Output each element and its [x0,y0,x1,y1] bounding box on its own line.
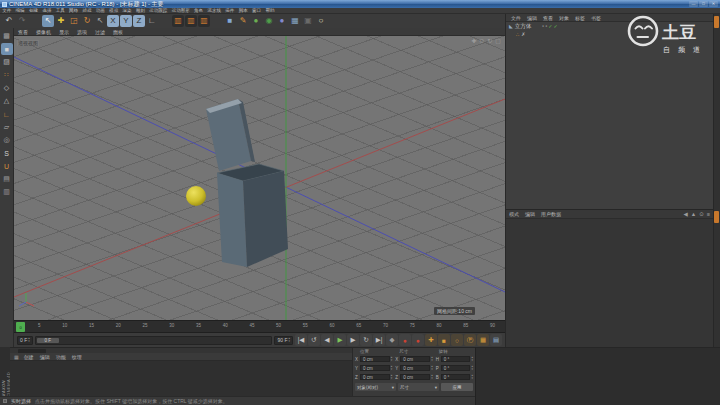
render-settings-icon[interactable]: ▥ [198,15,210,27]
coordinate-input[interactable]: 0 cm [360,356,390,362]
window-button[interactable]: □ [699,1,708,7]
polygons-mode-icon[interactable]: △ [1,95,13,107]
viewport-menu-item[interactable]: 选项 [73,29,91,35]
rotate-view-icon[interactable]: ↻ [487,37,492,44]
key-parameter-button[interactable]: Ⓟ [464,334,476,346]
viewport-solo-icon[interactable]: ◎ [1,134,13,146]
menu-item[interactable]: 工具 [54,8,67,13]
search-icon[interactable]: ⊙ [699,211,704,217]
object-manager-menu-item[interactable]: 书签 [588,15,604,21]
menu-item[interactable]: 捕捉 [80,8,93,13]
goto-end-button[interactable]: ▶| [373,334,385,346]
viewport-menu-item[interactable]: 过滤 [91,29,109,35]
object-manager-menu-item[interactable]: 文件 [508,15,524,21]
panel-menu-icon[interactable]: ≡ [707,211,710,217]
camera-icon[interactable]: ▣ [302,15,314,27]
attribute-tab[interactable]: 用户数据 [538,211,564,217]
yellow-highlight-sphere[interactable] [186,186,206,206]
render-region-icon[interactable]: ▥ [185,15,197,27]
coordinate-size-dropdown[interactable]: 尺寸 ▾ [398,383,439,391]
make-editable-icon[interactable]: ▩ [1,30,13,42]
menu-item[interactable]: 窗口 [250,8,263,13]
coordinate-input[interactable]: 0 ° [441,356,471,362]
object-tags-row[interactable]: ∴ ✗ [506,30,713,38]
menu-item[interactable]: 文件 [0,8,13,13]
attribute-tab[interactable]: 模式 [506,211,522,217]
material-menu-item[interactable]: 编辑 [37,354,53,360]
environment-icon[interactable]: ● [276,15,288,27]
spinner-arrows-icon[interactable]: ▴▾ [471,356,473,361]
prev-frame-button[interactable]: ◀ [321,334,333,346]
viewport-menu-item[interactable]: 查看 [14,29,32,35]
attribute-tab[interactable]: 编辑 [522,211,538,217]
phong-tag-icon[interactable]: ✗ [521,31,525,37]
material-menu-item[interactable]: 功能 [53,354,69,360]
live-selection-icon[interactable]: ↖ [42,15,54,27]
key-scale-button[interactable]: ■ [438,334,450,346]
spinner-arrows-icon[interactable]: ▴▾ [471,374,473,379]
menu-item[interactable]: 雕刻 [134,8,147,13]
coordinate-input[interactable]: 0 cm [360,365,390,371]
editor-visibility-dot[interactable]: ● [542,24,544,28]
next-frame-button[interactable]: ▶ [347,334,359,346]
points-mode-icon[interactable]: ∷ [1,69,13,81]
viewport-menu-item[interactable]: 显示 [55,29,73,35]
point-selection-tag-icon[interactable]: ∴ [516,31,519,37]
material-menu-item[interactable]: 创建 [21,354,37,360]
workplane-mode-icon[interactable]: ▥ [1,186,13,198]
toggle-view-icon[interactable]: ▢ [495,37,501,44]
play-button[interactable]: ▶ [334,334,346,346]
menu-item[interactable]: 动画 [94,8,107,13]
layout-tab-icon[interactable] [714,211,719,223]
autokeying-button[interactable]: ● [399,334,411,346]
object-manager-menu-item[interactable]: 编辑 [524,15,540,21]
spinner-arrows-icon[interactable]: ▴▾ [471,365,473,370]
key-pla-button[interactable]: ▦ [477,334,489,346]
light-icon[interactable]: ○ [315,15,327,27]
timeline-ruler[interactable]: 0 51015202530354045505560657075808590 [14,320,505,333]
coordinate-input[interactable]: 0 cm [400,374,430,380]
magnet-icon[interactable]: U [1,160,13,172]
menu-item[interactable]: 流水线 [205,8,223,13]
object-manager-menu-item[interactable]: 查看 [540,15,556,21]
object-manager-menu-item[interactable]: 对象 [556,15,572,21]
playback-options-button[interactable]: ▤ [490,334,502,346]
menu-item[interactable]: 渲染 [120,8,133,13]
coordinate-input[interactable]: 0 ° [441,374,471,380]
viewport-menu-item[interactable]: 摄像机 [32,29,55,35]
menu-item[interactable]: 选择 [40,8,53,13]
toolbar-spacer[interactable] [211,15,223,27]
goto-prev-key-button[interactable]: ↺ [308,334,320,346]
toolbar-spacer[interactable] [159,15,171,27]
box-front-right-face[interactable] [243,171,288,267]
key-position-button[interactable]: ✚ [425,334,437,346]
edges-mode-icon[interactable]: ◇ [1,82,13,94]
render-visibility-dot[interactable]: ● [545,24,547,28]
spline-pen-icon[interactable]: ✎ [237,15,249,27]
coordinate-input[interactable]: 0 cm [360,374,390,380]
spinner-arrows-icon[interactable]: ▴▾ [288,337,290,342]
record-active-objects-button[interactable]: ◆ [386,334,398,346]
timeline-slider-thumb[interactable]: 0 F [37,338,59,343]
menu-item[interactable]: 网格 [67,8,80,13]
coordinate-system-icon[interactable]: ∟ [146,15,158,27]
menu-item[interactable]: 编辑 [13,8,26,13]
undo-icon[interactable]: ↶ [3,15,15,27]
box-front-left-face[interactable] [217,173,247,267]
render-view-icon[interactable]: ▥ [172,15,184,27]
timeline-power-slider[interactable]: 0 F [35,336,273,345]
last-tool-icon[interactable]: ↖ [94,15,106,27]
coordinate-input[interactable]: 0 cm [400,356,430,362]
window-button[interactable]: ✕ [709,1,718,7]
spinner-arrows-icon[interactable]: ▴▾ [431,365,433,370]
redo-icon[interactable]: ↷ [16,15,28,27]
model-mode-icon[interactable]: ■ [1,43,13,55]
zoom-view-icon[interactable]: ⊙ [479,37,484,44]
goto-start-button[interactable]: |◀ [295,334,307,346]
material-grid-icon[interactable]: ▦ [12,354,21,360]
spinner-arrows-icon[interactable]: ▴▾ [391,365,393,370]
pan-view-icon[interactable]: ✚ [471,37,476,44]
locked-workplane-icon[interactable]: ▤ [1,173,13,185]
current-frame-field[interactable]: 0 F ▴▾ [17,336,33,345]
object-enabled-check-icon[interactable]: ✓ [548,23,552,29]
